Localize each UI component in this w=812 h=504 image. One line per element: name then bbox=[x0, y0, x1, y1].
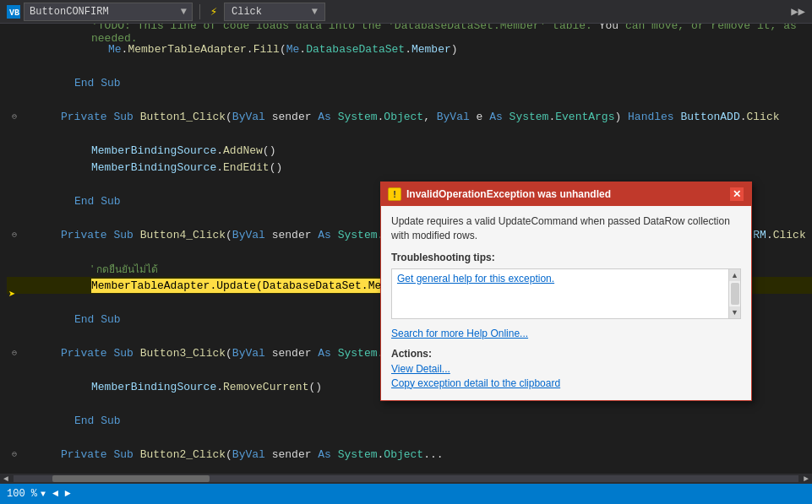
warning-icon: ! bbox=[388, 187, 401, 201]
line-content: MemberBindingSource.AddNew() bbox=[57, 144, 812, 157]
troubleshoot-label: Troubleshooting tips: bbox=[391, 252, 741, 263]
code-line bbox=[7, 429, 812, 446]
scroll-left-btn[interactable]: ◄ bbox=[0, 474, 12, 484]
line-indicator: ⊖ bbox=[7, 111, 24, 122]
actions-label: Actions: bbox=[391, 348, 741, 360]
line-indicator: ⊖ bbox=[7, 347, 24, 359]
collapse-icon[interactable]: ⊖ bbox=[8, 229, 20, 241]
code-line: MemberBindingSource.EndEdit() bbox=[7, 159, 812, 176]
scroll-right-btn[interactable]: ► bbox=[800, 474, 812, 484]
vb-icon: VB bbox=[7, 5, 20, 19]
code-line: 'TODO: This line of code loads data into… bbox=[7, 24, 812, 41]
line-content: Private Sub Button2_Click(ByVal sender A… bbox=[57, 448, 812, 461]
scroll-down-arrow[interactable]: ▼ bbox=[729, 306, 741, 318]
line-content bbox=[57, 94, 812, 106]
line-content bbox=[57, 60, 812, 73]
toolbar-separator bbox=[199, 4, 200, 19]
toolbar: VB ButtonCONFIRM ▼ ⚡ Click ▼ ▶▶ bbox=[0, 0, 812, 24]
highlighted-code: MemberTableAdapter.Update(DatabaseDataSe… bbox=[91, 279, 414, 293]
zoom-dropdown[interactable]: 100 % ▼ bbox=[7, 488, 46, 500]
error-header-left: ! InvalidOperationException was unhandle… bbox=[388, 187, 611, 201]
troubleshoot-link[interactable]: Get general help for this exception. bbox=[397, 273, 554, 285]
h-scrollbar-track bbox=[14, 475, 798, 482]
code-line bbox=[7, 91, 812, 108]
line-content: Me.MemberTableAdapter.Fill(Me.DatabaseDa… bbox=[57, 43, 812, 56]
code-line: MemberBindingSource.AddNew() bbox=[7, 142, 812, 159]
statusbar: 100 % ▼ ◄ ► bbox=[0, 484, 812, 504]
line-content: MemberBindingSource.EndEdit() bbox=[57, 161, 812, 174]
troubleshoot-content: Get general help for this exception. bbox=[392, 269, 740, 318]
line-content: Private Sub Button1_Click(ByVal sender A… bbox=[57, 111, 812, 123]
code-line: ⊖ Private Sub Button2_Click(ByVal sender… bbox=[7, 446, 812, 463]
code-line: End Sub bbox=[7, 412, 812, 429]
scroll-right-icon[interactable]: ▶▶ bbox=[791, 4, 805, 19]
line-indicator: ⊖ bbox=[7, 448, 24, 460]
error-popup-header: ! InvalidOperationException was unhandle… bbox=[381, 182, 751, 206]
line-content: End Sub bbox=[57, 415, 812, 427]
line-indicator: ⊖ bbox=[7, 229, 24, 241]
collapse-icon[interactable]: ⊖ bbox=[8, 448, 20, 460]
troubleshoot-scrollbar: ▲ ▼ bbox=[728, 269, 740, 318]
method-arrow: ▼ bbox=[312, 6, 318, 18]
line-content bbox=[57, 431, 812, 444]
close-button[interactable]: ✕ bbox=[729, 187, 744, 202]
class-dropdown[interactable]: ButtonCONFIRM ▼ bbox=[24, 3, 193, 21]
code-line bbox=[7, 125, 812, 142]
code-line: Me.MemberTableAdapter.Fill(Me.DatabaseDa… bbox=[7, 41, 812, 57]
h-scrollbar-thumb[interactable] bbox=[52, 475, 210, 482]
line-content bbox=[57, 127, 812, 140]
class-dropdown-value: ButtonCONFIRM bbox=[30, 6, 109, 18]
copy-exception-link[interactable]: Copy exception detail to the clipboard bbox=[391, 377, 741, 389]
method-dropdown[interactable]: Click ▼ bbox=[224, 3, 325, 21]
toolbar-right: ▶▶ bbox=[791, 4, 805, 19]
view-detail-link[interactable]: View Detail... bbox=[391, 363, 741, 375]
toolbar-left: VB ButtonCONFIRM ▼ ⚡ Click ▼ bbox=[7, 3, 787, 21]
svg-text:VB: VB bbox=[9, 8, 19, 18]
thai-comment: ' กดยืนยันไม่ได้ bbox=[91, 263, 158, 275]
lightning-icon: ⚡ bbox=[207, 5, 221, 19]
dropdown-arrow: ▼ bbox=[181, 6, 187, 18]
h-scrollbar[interactable]: ◄ ► bbox=[0, 474, 812, 484]
zoom-arrow: ▼ bbox=[41, 490, 46, 499]
error-message: Update requires a valid UpdateCommand wh… bbox=[391, 214, 741, 243]
code-line: ⊖ Private Sub Button1_Click(ByVal sender… bbox=[7, 108, 812, 125]
troubleshoot-box: Get general help for this exception. ▲ ▼ bbox=[391, 268, 741, 319]
collapse-icon[interactable]: ⊖ bbox=[8, 111, 20, 122]
zoom-value: 100 % bbox=[7, 488, 37, 500]
code-line bbox=[7, 57, 812, 74]
search-help-link[interactable]: Search for more Help Online... bbox=[391, 328, 741, 339]
error-title: InvalidOperationException was unhandled bbox=[406, 188, 611, 200]
error-popup: ! InvalidOperationException was unhandle… bbox=[380, 182, 752, 401]
method-label: Click bbox=[232, 6, 262, 18]
scrollbar-thumb[interactable] bbox=[731, 283, 739, 305]
nav-arrows[interactable]: ◄ ► bbox=[52, 488, 71, 500]
line-content: End Sub bbox=[57, 77, 812, 89]
scroll-up-arrow[interactable]: ▲ bbox=[729, 269, 741, 281]
code-line: End Sub bbox=[7, 74, 812, 91]
statusbar-left: 100 % ▼ ◄ ► bbox=[7, 488, 71, 500]
error-popup-body: Update requires a valid UpdateCommand wh… bbox=[381, 206, 751, 400]
collapse-icon[interactable]: ⊖ bbox=[8, 347, 20, 359]
